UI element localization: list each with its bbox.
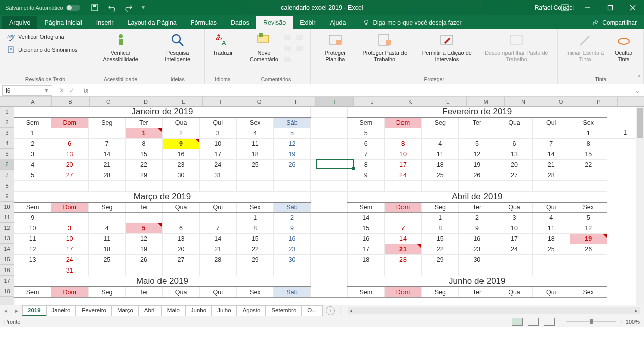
undo-icon[interactable] [108,4,116,12]
sheet-tab[interactable]: Abril [139,305,162,316]
ribbon-display-icon[interactable] [553,0,576,15]
column-header[interactable]: K [391,97,429,106]
column-header[interactable]: G [240,97,278,106]
sheet-tab[interactable]: Julho [212,305,237,316]
accessibility-button[interactable]: Verificar Acessibilidade [96,31,145,63]
sheet-nav-prev-icon[interactable]: ◂ [0,307,11,314]
row-header[interactable]: 10 [0,202,14,212]
worksheet-grid[interactable]: ABCDEFGHIJKLMNOP 12345678910111213141516… [0,97,644,305]
page-break-view-button[interactable] [544,318,555,326]
sheet-tab[interactable]: O... [302,305,323,316]
translate-button[interactable]: あATraduzir [210,31,236,57]
row-header[interactable]: 7 [0,170,14,180]
column-header[interactable]: M [467,97,505,106]
page-layout-view-button[interactable] [528,318,539,326]
show-all-comments-icon[interactable] [295,44,305,54]
minimize-icon[interactable] [576,0,599,15]
column-header[interactable]: C [90,97,127,106]
sheet-nav-next-icon[interactable]: ▸ [11,307,22,314]
tab-home[interactable]: Página Inicial [37,16,89,29]
tab-page-layout[interactable]: Layout da Página [120,16,183,29]
sheet-tab[interactable]: Setembro [266,305,302,316]
zoom-control[interactable]: − + 100% [560,319,640,325]
column-header[interactable]: I [316,97,354,106]
tell-me-search[interactable]: Diga-me o que você deseja fazer [358,16,466,29]
row-header[interactable]: 1 [0,107,14,117]
column-header[interactable]: D [127,97,165,106]
share-button[interactable]: Compartilhar [585,16,644,29]
normal-view-button[interactable] [512,318,523,326]
lightbulb-icon [363,19,370,26]
delete-comment-icon[interactable] [283,33,293,43]
qat-customize-icon[interactable]: ▾ [142,4,146,12]
autosave-toggle[interactable]: Salvamento Automático [0,5,86,11]
select-all-cell[interactable] [0,97,14,106]
formula-input[interactable] [92,85,631,96]
new-comment-button[interactable]: +Novo Comentário [247,31,281,63]
sheet-tab[interactable]: Maio [162,305,185,316]
column-header[interactable]: N [505,97,542,106]
protect-workbook-button[interactable]: Proteger Pasta de Trabalho [356,31,414,63]
sheet-tab[interactable]: Fevereiro [76,305,112,316]
tab-review[interactable]: Revisão [256,16,293,29]
redo-icon[interactable] [125,4,133,12]
column-header[interactable]: P [580,97,618,106]
tab-help[interactable]: Ajuda [323,16,353,29]
column-header[interactable]: B [52,97,90,106]
tab-data[interactable]: Dados [224,16,256,29]
tab-file[interactable]: Arquivo [2,16,37,29]
row-header[interactable]: 12 [0,223,14,233]
next-comment-icon[interactable] [283,55,293,65]
show-comment-icon[interactable] [295,33,305,43]
column-header[interactable]: H [278,97,316,106]
row-header[interactable]: 16 [0,265,14,276]
fx-icon[interactable]: fx [79,87,92,94]
row-header[interactable]: 9 [0,191,14,202]
row-header[interactable]: 14 [0,244,14,254]
prev-comment-icon[interactable] [283,44,293,54]
row-header[interactable]: 5 [0,149,14,159]
new-sheet-button[interactable]: + [326,306,335,315]
tab-formulas[interactable]: Fórmulas [184,16,224,29]
horizontal-scrollbar[interactable]: ◂▸ [348,307,640,314]
vertical-scrollbar[interactable] [636,107,644,305]
row-header[interactable]: 15 [0,254,14,265]
smart-lookup-button[interactable]: Pesquisa Inteligente [155,31,199,63]
tab-view[interactable]: Exibir [293,16,323,29]
row-header[interactable]: 2 [0,117,14,128]
sheet-tab[interactable]: Junho [185,305,212,316]
sheet-tab[interactable]: Agosto [237,305,266,316]
column-header[interactable]: O [542,97,580,106]
collapse-ribbon-icon[interactable]: ˄ [638,75,641,82]
column-header[interactable]: J [354,97,391,106]
expand-formula-bar-icon[interactable]: ⌄ [631,87,644,94]
zoom-in-icon[interactable]: + [619,319,622,325]
tab-insert[interactable]: Inserir [89,16,121,29]
save-icon[interactable] [91,4,99,12]
row-header[interactable]: 4 [0,138,14,149]
sheet-tab[interactable]: Janeiro [46,305,76,316]
sheet-tab[interactable]: 2019 [22,305,46,316]
protect-sheet-button[interactable]: Proteger Planilha [316,31,354,63]
zoom-level[interactable]: 100% [626,319,640,325]
column-header[interactable]: E [165,97,203,106]
row-header[interactable]: 8 [0,180,14,191]
sheet-tab[interactable]: Março [112,305,139,316]
hide-ink-button[interactable]: Ocultar Tinta [609,31,638,63]
allow-edit-ranges-button[interactable]: Permitir a Edição de Intervalos [416,31,478,63]
spelling-button[interactable]: ABCVerificar Ortografia [5,31,86,42]
maximize-icon[interactable] [599,0,621,15]
row-header[interactable]: 13 [0,233,14,244]
name-box[interactable]: I6▼ [2,85,52,96]
column-header[interactable]: A [14,97,52,106]
row-header[interactable]: 11 [0,212,14,223]
row-header[interactable]: 6 [0,159,14,170]
zoom-out-icon[interactable]: − [560,319,563,325]
thesaurus-button[interactable]: Dicionário de Sinônimos [5,44,86,55]
row-header[interactable]: 3 [0,128,14,138]
row-header[interactable]: 17 [0,276,14,286]
column-header[interactable]: F [203,97,240,106]
column-header[interactable]: L [429,97,467,106]
close-icon[interactable] [621,0,644,15]
row-header[interactable]: 18 [0,286,14,297]
